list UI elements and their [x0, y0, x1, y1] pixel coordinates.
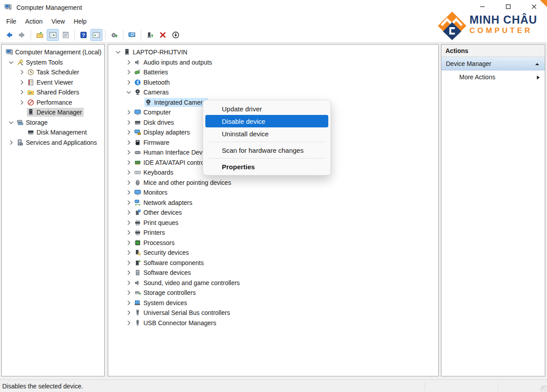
resize-grip-icon[interactable] — [540, 385, 547, 392]
chevron-right-icon[interactable] — [124, 219, 134, 226]
chevron-right-icon[interactable] — [124, 299, 134, 306]
chevron-right-icon[interactable] — [124, 119, 134, 126]
chevron-right-icon[interactable] — [124, 279, 134, 286]
firmware-icon — [134, 139, 141, 146]
tree-item-system-devices[interactable]: System devices — [108, 298, 438, 308]
chevron-right-icon[interactable] — [124, 189, 134, 196]
expander-spacer — [17, 109, 27, 116]
tree-item-content: Network adapters — [134, 198, 194, 207]
tree-item-device-manager[interactable]: Device Manager — [2, 107, 104, 118]
context-menu-item-update-driver[interactable]: Update driver — [205, 102, 328, 115]
monitor-icon — [134, 109, 141, 116]
tree-item-storage-controllers[interactable]: Storage controllers — [108, 288, 438, 298]
actions-group-device-manager[interactable]: Device Manager — [441, 57, 545, 70]
tree-item-other-devices[interactable]: ?Other devices — [108, 208, 438, 218]
context-menu-item-scan-for-hardware-changes[interactable]: Scan for hardware changes — [205, 144, 328, 156]
tree-item-label: Monitors — [143, 189, 167, 196]
chevron-right-icon[interactable] — [124, 139, 134, 146]
chevron-down-icon[interactable] — [6, 119, 16, 126]
chevron-right-icon[interactable] — [124, 309, 134, 316]
menu-help[interactable]: Help — [69, 16, 91, 27]
chevron-right-icon[interactable] — [124, 149, 134, 156]
tree-item-software-components[interactable]: Software components — [108, 258, 438, 268]
chevron-right-icon[interactable] — [17, 79, 27, 86]
chevron-down-icon[interactable] — [113, 49, 123, 56]
tree-item-printers[interactable]: Printers — [108, 228, 438, 238]
chevron-right-icon[interactable] — [17, 99, 27, 106]
tree-item-event-viewer[interactable]: Event Viewer — [2, 78, 104, 88]
menu-view[interactable]: View — [47, 16, 69, 27]
toolbar-uninstall-button[interactable] — [157, 29, 169, 41]
chevron-right-icon[interactable] — [124, 209, 134, 216]
toolbar-help-button[interactable]: ? — [78, 29, 90, 41]
toolbar-forward-button[interactable] — [16, 29, 28, 41]
menu-action[interactable]: Action — [21, 16, 47, 27]
chevron-down-icon[interactable] — [124, 89, 134, 96]
toolbar-back-button[interactable] — [3, 29, 15, 41]
expander-spacer — [135, 99, 144, 106]
tree-item-processors[interactable]: Processors — [108, 238, 438, 248]
tree-item-batteries[interactable]: Batteries — [108, 67, 438, 78]
toolbar-show-action-pane-button[interactable] — [90, 29, 102, 41]
chevron-right-icon[interactable] — [124, 249, 134, 256]
tree-item-task-scheduler[interactable]: Task Scheduler — [2, 67, 104, 78]
toolbar-scan-hardware-button[interactable] — [126, 29, 138, 41]
chevron-right-icon[interactable] — [124, 169, 134, 176]
minimize-button[interactable] — [469, 1, 495, 13]
tree-item-universal-serial-bus-controllers[interactable]: Universal Serial Bus controllers — [108, 308, 438, 318]
chevron-right-icon[interactable] — [124, 129, 134, 136]
tree-item-laptop-rhijtvin[interactable]: LAPTOP-RHIJTVIN — [108, 47, 438, 57]
tree-item-sound-video-and-game-controllers[interactable]: Sound, video and game controllers — [108, 278, 438, 288]
tree-item-audio-inputs-and-outputs[interactable]: Audio inputs and outputs — [108, 57, 438, 68]
toolbar-properties-button[interactable] — [60, 29, 72, 41]
tree-item-bluetooth[interactable]: Bluetooth — [108, 78, 438, 88]
tree-item-performance[interactable]: Performance — [2, 98, 104, 108]
tree-item-content: Monitors — [134, 188, 169, 197]
chevron-right-icon[interactable] — [6, 139, 16, 146]
context-menu-item-disable-device[interactable]: Disable device — [205, 115, 328, 127]
toolbar-show-console-tree-button[interactable] — [47, 29, 59, 41]
context-menu-item-uninstall-device[interactable]: Uninstall device — [205, 127, 328, 140]
chevron-right-icon[interactable] — [124, 199, 134, 206]
tree-item-disk-management[interactable]: Disk Management — [2, 127, 104, 138]
chevron-right-icon[interactable] — [124, 59, 134, 66]
chevron-right-icon[interactable] — [17, 69, 27, 76]
chevron-right-icon[interactable] — [124, 79, 134, 86]
tree-item-usb-connector-managers[interactable]: USB Connector Managers — [108, 318, 438, 328]
tree-item-services-and-applications[interactable]: Services and Applications — [2, 138, 104, 148]
tree-item-cameras[interactable]: Cameras — [108, 87, 438, 98]
chevron-right-icon[interactable] — [124, 239, 134, 246]
tree-item-print-queues[interactable]: Print queues — [108, 218, 438, 228]
chevron-right-icon[interactable] — [124, 109, 134, 116]
toolbar-disable-device-button[interactable] — [170, 29, 182, 41]
chevron-right-icon[interactable] — [124, 159, 134, 166]
chevron-right-icon[interactable] — [124, 69, 134, 76]
tree-item-storage[interactable]: Storage — [2, 118, 104, 128]
menu-file[interactable]: File — [2, 16, 21, 27]
chevron-right-icon[interactable] — [124, 179, 134, 186]
tree-item-software-devices[interactable]: Software devices — [108, 268, 438, 278]
context-menu-item-properties[interactable]: Properties — [205, 160, 328, 173]
chevron-right-icon[interactable] — [124, 229, 134, 236]
tree-item-shared-folders[interactable]: Shared Folders — [2, 87, 104, 98]
tree-item-system-tools[interactable]: System Tools — [2, 57, 104, 68]
chevron-right-icon[interactable] — [124, 319, 134, 327]
chevron-right-icon[interactable] — [124, 259, 134, 266]
chevron-right-icon[interactable] — [17, 89, 27, 96]
close-button[interactable] — [521, 1, 547, 13]
toolbar-update-driver-button[interactable] — [108, 29, 120, 41]
chevron-down-icon[interactable] — [6, 59, 16, 66]
more-actions-item[interactable]: More Actions — [441, 70, 545, 83]
tree-item-computer-management-local[interactable]: Computer Management (Local) — [2, 47, 104, 57]
tree-item-mice-and-other-pointing-devices[interactable]: Mice and other pointing devices — [108, 178, 438, 188]
collapse-up-icon[interactable] — [534, 61, 540, 67]
chevron-right-icon[interactable] — [124, 269, 134, 276]
toolbar-export-list-button[interactable] — [34, 29, 46, 41]
tree-item-security-devices[interactable]: Security devices — [108, 248, 438, 258]
tree-item-content: Printers — [134, 228, 167, 237]
tree-item-monitors[interactable]: Monitors — [108, 188, 438, 198]
toolbar-device-update-button[interactable] — [144, 29, 156, 41]
chevron-right-icon[interactable] — [124, 289, 134, 296]
maximize-button[interactable] — [495, 1, 521, 13]
tree-item-network-adapters[interactable]: Network adapters — [108, 198, 438, 208]
